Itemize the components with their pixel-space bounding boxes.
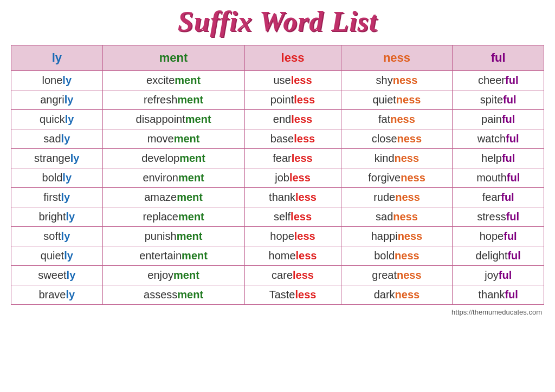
table-row: angrilyrefreshmentpointlessquietnessspit… — [11, 90, 544, 110]
footer-url: https://themumeducates.com — [11, 308, 544, 316]
table-row: bravelyassessmentTastelessdarknessthankf… — [11, 285, 544, 305]
table-row: firstlyamazementthanklessrudenessfearful — [11, 188, 544, 207]
cell-ment: amazement — [102, 188, 244, 207]
cell-ful: delightful — [453, 246, 544, 266]
table-row: sadlymovementbaselessclosenesswatchful — [11, 129, 544, 149]
cell-ful: hopeful — [453, 227, 544, 246]
cell-ly: quickly — [11, 110, 103, 129]
table-row: brightlyreplacementselflesssadnessstress… — [11, 207, 544, 227]
cell-ment: punishment — [102, 227, 244, 246]
cell-ly: quietly — [11, 246, 103, 266]
cell-ness: fatness — [341, 110, 453, 129]
cell-less: homeless — [244, 246, 341, 266]
cell-ness: forgiveness — [341, 168, 453, 188]
cell-less: hopeless — [244, 227, 341, 246]
cell-less: pointless — [244, 90, 341, 110]
cell-ness: darkness — [341, 285, 453, 305]
cell-ful: helpful — [453, 149, 544, 168]
cell-ness: happiness — [341, 227, 453, 246]
cell-ment: disappointment — [102, 110, 244, 129]
cell-ly: angrily — [11, 90, 103, 110]
cell-less: baseless — [244, 129, 341, 149]
cell-ment: refreshment — [102, 90, 244, 110]
cell-ment: entertainment — [102, 246, 244, 266]
suffix-word-table: ly ment less ness ful lonelyexcitementus… — [11, 45, 544, 305]
cell-ful: mouthful — [453, 168, 544, 188]
cell-less: careless — [244, 266, 341, 285]
cell-ness: closeness — [341, 129, 453, 149]
cell-ly: softly — [11, 227, 103, 246]
cell-ment: excitement — [102, 71, 244, 90]
table-body: lonelyexcitementuselessshynesscheerfulan… — [11, 71, 544, 305]
cell-ly: sweetly — [11, 266, 103, 285]
table-row: softlypunishmenthopelesshappinesshopeful — [11, 227, 544, 246]
cell-ment: assessment — [102, 285, 244, 305]
table-row: strangelydevelopmentfearlesskindnesshelp… — [11, 149, 544, 168]
cell-ly: boldly — [11, 168, 103, 188]
cell-ment: development — [102, 149, 244, 168]
cell-ment: enjoyment — [102, 266, 244, 285]
cell-ful: watchful — [453, 129, 544, 149]
table-row: quicklydisappointmentendlessfatnesspainf… — [11, 110, 544, 129]
header-ly: ly — [11, 45, 103, 71]
header-ment: ment — [102, 45, 244, 71]
cell-less: fearless — [244, 149, 341, 168]
cell-ment: replacement — [102, 207, 244, 227]
cell-ly: sadly — [11, 129, 103, 149]
cell-ful: cheerful — [453, 71, 544, 90]
cell-ly: bravely — [11, 285, 103, 305]
page-title: Suffix Word List — [178, 5, 378, 37]
table-row: boldlyenvironmentjoblessforgivenessmouth… — [11, 168, 544, 188]
cell-less: useless — [244, 71, 341, 90]
cell-ness: sadness — [341, 207, 453, 227]
header-ness: ness — [341, 45, 453, 71]
cell-ly: strangely — [11, 149, 103, 168]
cell-ful: spiteful — [453, 90, 544, 110]
cell-ly: lonely — [11, 71, 103, 90]
header-row: ly ment less ness ful — [11, 45, 544, 71]
header-less: less — [244, 45, 341, 71]
cell-ness: greatness — [341, 266, 453, 285]
cell-less: endless — [244, 110, 341, 129]
cell-less: jobless — [244, 168, 341, 188]
table-row: quietlyentertainmenthomelessboldnessdeli… — [11, 246, 544, 266]
cell-ment: environment — [102, 168, 244, 188]
cell-ful: stressful — [453, 207, 544, 227]
table-row: sweetlyenjoymentcarelessgreatnessjoyful — [11, 266, 544, 285]
cell-ness: boldness — [341, 246, 453, 266]
cell-ness: quietness — [341, 90, 453, 110]
cell-ful: thankful — [453, 285, 544, 305]
cell-ful: painful — [453, 110, 544, 129]
cell-ful: fearful — [453, 188, 544, 207]
table-row: lonelyexcitementuselessshynesscheerful — [11, 71, 544, 90]
cell-ment: movement — [102, 129, 244, 149]
cell-less: thankless — [244, 188, 341, 207]
cell-less: selfless — [244, 207, 341, 227]
cell-ness: rudeness — [341, 188, 453, 207]
cell-ly: brightly — [11, 207, 103, 227]
cell-ful: joyful — [453, 266, 544, 285]
cell-ness: kindness — [341, 149, 453, 168]
cell-ness: shyness — [341, 71, 453, 90]
cell-ly: firstly — [11, 188, 103, 207]
table-header: ly ment less ness ful — [11, 45, 544, 71]
cell-less: Tasteless — [244, 285, 341, 305]
header-ful: ful — [453, 45, 544, 71]
